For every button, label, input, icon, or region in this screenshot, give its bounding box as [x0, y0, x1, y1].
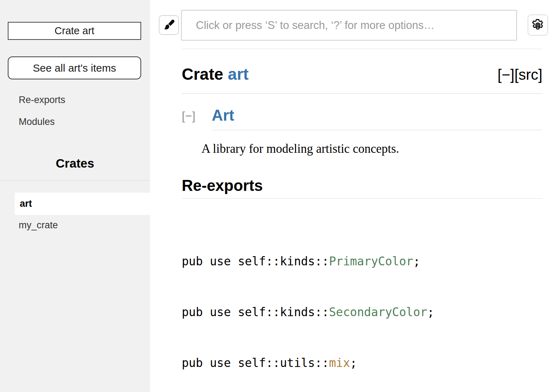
header-links: [−][src] — [498, 66, 542, 83]
code-text: ; — [413, 254, 420, 268]
rustdoc-page: Crate art See all art's items Re-exports… — [0, 0, 559, 392]
section-collapse-toggle[interactable]: [−] — [182, 109, 212, 123]
art-section-header: Art — [212, 107, 542, 130]
primarycolor-link[interactable]: PrimaryColor — [329, 254, 413, 268]
code-text: ; — [350, 356, 357, 370]
crates-heading: Crates — [0, 156, 150, 170]
mix-link[interactable]: mix — [329, 356, 350, 370]
paint-brush-icon — [163, 19, 175, 31]
settings-button[interactable] — [528, 14, 548, 36]
crate-doc-text: A library for modeling artistic concepts… — [202, 141, 542, 156]
code-text: ; — [427, 305, 434, 319]
reexport-line: pub use self::kinds::PrimaryColor; — [182, 253, 542, 270]
page-title-prefix: Crate — [182, 65, 223, 83]
crate-logo-label: Crate art — [55, 25, 95, 37]
secondarycolor-link[interactable]: SecondaryColor — [329, 305, 427, 319]
page-title-row: Crateart [−][src] — [182, 65, 542, 94]
reexports-code-block: pub use self::kinds::PrimaryColor; pub u… — [182, 219, 542, 392]
topbar — [150, 0, 559, 41]
page-title: Crateart — [182, 65, 248, 83]
page-title-crate-link[interactable]: art — [228, 65, 249, 83]
main-content: Crateart [−][src] [−] Art A library for … — [150, 0, 559, 392]
crate-doc: Crateart [−][src] [−] Art A library for … — [150, 49, 559, 392]
art-section-row: [−] Art — [182, 107, 542, 130]
sidebar-crate-my-crate[interactable]: my_crate — [0, 220, 150, 230]
sidebar-item-reexports[interactable]: Re-exports — [0, 95, 150, 105]
topbar-divider — [182, 49, 542, 49]
src-link[interactable]: [src] — [515, 66, 542, 83]
reexport-line: pub use self::utils::mix; — [182, 355, 542, 372]
collapse-all-toggle[interactable]: [−] — [498, 66, 515, 83]
search-input[interactable] — [181, 10, 517, 41]
sidebar: Crate art See all art's items Re-exports… — [0, 0, 150, 392]
code-text: pub use self::utils:: — [182, 356, 329, 370]
see-all-items-button[interactable]: See all art's items — [8, 56, 141, 79]
reexports-heading: Re-exports — [182, 177, 542, 199]
crate-logo-link[interactable]: Crate art — [8, 22, 141, 40]
reexport-line: pub use self::kinds::SecondaryColor; — [182, 304, 542, 321]
sidebar-nav: Re-exports Modules — [0, 95, 150, 127]
crates-list: art my_crate — [0, 193, 150, 230]
sidebar-item-modules[interactable]: Modules — [0, 117, 150, 127]
code-text: pub use self::kinds:: — [182, 305, 329, 319]
theme-picker-button[interactable] — [159, 15, 179, 35]
sidebar-crate-art[interactable]: art — [15, 193, 150, 215]
sidebar-divider — [0, 180, 150, 181]
art-section-link[interactable]: Art — [212, 107, 234, 124]
gear-icon — [531, 18, 545, 32]
code-text: pub use self::kinds:: — [182, 254, 329, 268]
